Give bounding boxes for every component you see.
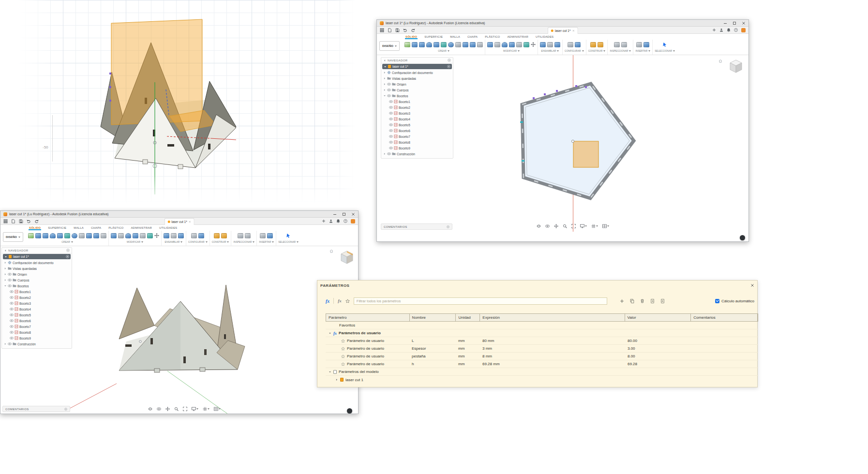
tool-icon[interactable] bbox=[221, 233, 227, 238]
tool-icon[interactable] bbox=[547, 42, 553, 47]
expand-arrow-icon[interactable] bbox=[329, 332, 331, 335]
tool-icon[interactable] bbox=[575, 42, 581, 47]
group-dropdown-insertar[interactable]: INSERTAR bbox=[259, 240, 274, 243]
profile-icon[interactable] bbox=[719, 28, 723, 32]
favorite-star-icon[interactable] bbox=[341, 362, 345, 366]
close-tab-icon[interactable] bbox=[189, 221, 191, 223]
tab-plastico[interactable]: PLÁSTICO bbox=[484, 35, 500, 39]
eye-icon[interactable] bbox=[10, 319, 14, 323]
job-status-button[interactable] bbox=[740, 235, 745, 240]
eye-icon[interactable] bbox=[10, 313, 14, 317]
zoom-icon[interactable] bbox=[174, 407, 179, 411]
tab-malla[interactable]: MALLA bbox=[449, 35, 461, 39]
derived-parameter-fx-icon[interactable]: fx bbox=[338, 298, 342, 303]
home-view-icon[interactable] bbox=[718, 59, 722, 63]
param-expression-cell[interactable]: 3 mm bbox=[480, 345, 625, 352]
parameter-row[interactable]: Parámetro de usuario pestaña mm 8 mm 8.0… bbox=[326, 353, 758, 360]
window-titlebar[interactable]: laser cut 1* (Lu Rodriguez) - Autodesk F… bbox=[0, 211, 358, 218]
tool-icon[interactable] bbox=[101, 233, 106, 238]
close-button[interactable] bbox=[351, 212, 355, 216]
eye-icon[interactable] bbox=[10, 330, 14, 334]
tool-icon[interactable] bbox=[441, 42, 447, 47]
group-dropdown-crear[interactable]: CREAR bbox=[61, 240, 73, 243]
tab-superficie[interactable]: SUPERFICIE bbox=[47, 226, 67, 230]
expand-arrow-icon[interactable] bbox=[4, 273, 7, 276]
tool-icon[interactable] bbox=[621, 42, 627, 47]
eye-icon[interactable] bbox=[10, 307, 14, 311]
tool-icon[interactable] bbox=[111, 233, 117, 238]
origin-point[interactable] bbox=[571, 140, 574, 142]
notifications-bell-icon[interactable] bbox=[336, 219, 340, 223]
tree-item-cuerpos[interactable]: Cuerpos bbox=[2, 277, 72, 283]
tree-item-boceto7[interactable]: Boceto7 bbox=[381, 133, 453, 139]
tool-icon[interactable] bbox=[470, 42, 476, 47]
add-component-icon[interactable] bbox=[447, 65, 450, 68]
eye-icon[interactable] bbox=[389, 117, 393, 121]
eye-icon[interactable] bbox=[10, 290, 14, 294]
tree-item-boceto1[interactable]: Boceto1 bbox=[381, 99, 453, 104]
favorites-star-icon[interactable] bbox=[345, 299, 350, 303]
tree-item-boceto6[interactable]: Boceto6 bbox=[2, 318, 72, 324]
tool-icon[interactable] bbox=[171, 233, 177, 238]
group-dropdown-configurar[interactable]: CONFIGURAR bbox=[188, 240, 208, 243]
import-parameters-icon[interactable] bbox=[650, 299, 655, 303]
tool-icon[interactable] bbox=[540, 42, 546, 47]
tab-administrar[interactable]: ADMINISTRAR bbox=[507, 35, 529, 39]
param-comment-cell[interactable] bbox=[691, 353, 758, 360]
expand-arrow-icon[interactable] bbox=[4, 284, 7, 287]
workspace-selector[interactable]: DISEÑO bbox=[3, 232, 23, 242]
group-dropdown-ensamblar[interactable]: ENSAMBLAR bbox=[541, 49, 559, 52]
delete-parameter-icon[interactable] bbox=[640, 299, 644, 303]
app-menu-icon[interactable] bbox=[3, 219, 8, 223]
eye-icon[interactable] bbox=[387, 152, 391, 156]
eye-icon[interactable] bbox=[389, 105, 393, 109]
group-dropdown-modificar[interactable]: MODIFICAR bbox=[127, 240, 143, 243]
app-menu-icon[interactable] bbox=[380, 28, 384, 32]
eye-icon[interactable] bbox=[8, 342, 12, 346]
tool-icon[interactable] bbox=[118, 233, 124, 238]
tool-icon[interactable] bbox=[412, 42, 418, 47]
comments-options-icon[interactable] bbox=[64, 408, 67, 411]
tool-icon[interactable] bbox=[57, 233, 63, 238]
column-header[interactable]: Expresión bbox=[480, 314, 625, 321]
param-name-cell[interactable]: Espesor bbox=[409, 345, 456, 352]
document-tab[interactable]: laser cut 1* bbox=[164, 218, 195, 225]
tab-plastico[interactable]: PLÁSTICO bbox=[108, 226, 124, 230]
eye-icon[interactable] bbox=[387, 94, 391, 98]
look-at-icon[interactable] bbox=[157, 407, 161, 411]
export-parameters-icon[interactable] bbox=[660, 299, 665, 303]
view-cube[interactable] bbox=[337, 247, 357, 267]
document-tab[interactable]: laser cut 1* bbox=[548, 27, 578, 34]
eye-icon[interactable] bbox=[10, 325, 14, 328]
maximize-button[interactable] bbox=[342, 212, 346, 216]
orbit-icon[interactable] bbox=[537, 224, 541, 228]
create-sketch-icon[interactable] bbox=[404, 42, 410, 47]
favorite-star-icon[interactable] bbox=[341, 339, 345, 343]
group-dropdown-seleccionar[interactable]: SELECCIONAR bbox=[655, 49, 675, 52]
param-name-cell[interactable]: pestaña bbox=[409, 353, 456, 360]
tool-icon[interactable] bbox=[598, 42, 603, 47]
param-comment-cell[interactable] bbox=[691, 345, 758, 352]
group-dropdown-inspeccionar[interactable]: INSPECCIONAR bbox=[233, 240, 254, 243]
tool-icon[interactable] bbox=[524, 42, 529, 47]
fit-icon[interactable] bbox=[183, 407, 187, 411]
expand-arrow-icon[interactable] bbox=[383, 83, 386, 86]
minimize-button[interactable] bbox=[333, 212, 337, 216]
expand-arrow-icon[interactable] bbox=[335, 378, 338, 381]
group-dropdown-insertar[interactable]: INSERTAR bbox=[635, 49, 650, 52]
expand-arrow-icon[interactable] bbox=[383, 77, 386, 80]
tree-item-bocetos[interactable]: Bocetos bbox=[2, 283, 72, 289]
maximize-button[interactable] bbox=[733, 21, 736, 25]
expand-arrow-icon[interactable] bbox=[383, 71, 386, 74]
expand-arrow-icon[interactable] bbox=[4, 255, 7, 258]
eye-icon[interactable] bbox=[389, 134, 393, 138]
add-component-icon[interactable] bbox=[66, 255, 69, 258]
param-name-cell[interactable]: L bbox=[409, 337, 456, 344]
tool-icon[interactable] bbox=[125, 233, 131, 238]
orbit-icon[interactable] bbox=[148, 407, 152, 411]
tab-solido[interactable]: SÓLIDO bbox=[29, 226, 41, 230]
expand-arrow-icon[interactable] bbox=[383, 89, 386, 91]
copy-parameter-icon[interactable] bbox=[630, 299, 634, 303]
zoom-icon[interactable] bbox=[563, 224, 567, 228]
tab-malla[interactable]: MALLA bbox=[73, 226, 84, 230]
